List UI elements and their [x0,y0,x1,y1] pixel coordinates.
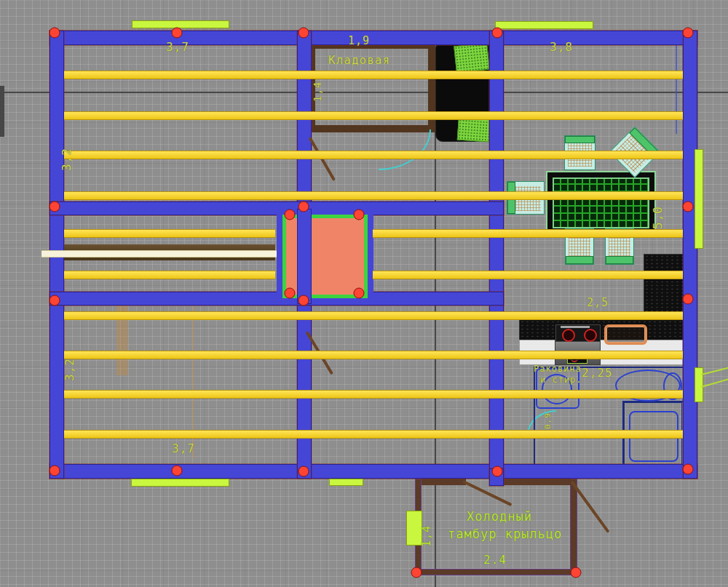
window-leader-line-2 [701,378,728,388]
node-point[interactable] [354,209,365,220]
node-point[interactable] [683,464,694,475]
chair-backrest [565,136,595,143]
node-point[interactable] [492,466,503,477]
burner-right [584,329,597,342]
stove-body [282,215,368,298]
label-sink-line2[interactable]: и стир. [540,375,582,384]
dim-storage-width[interactable]: 1,9 [348,36,370,47]
joist[interactable] [64,111,683,120]
dim-right-room[interactable]: 5,0 [652,206,664,229]
joist[interactable] [64,311,683,320]
chair-backrest [566,256,593,264]
window-bottom-middle[interactable] [329,479,363,486]
window-top-left[interactable] [132,20,229,28]
joist[interactable] [64,390,683,399]
joist[interactable] [373,229,683,238]
dim-left-upper[interactable]: 3,2 [61,148,73,171]
storage-door-arc [379,129,431,170]
node-point[interactable] [298,295,309,306]
vertical-guide-line [435,92,436,587]
sofa-pillow-top[interactable] [454,43,490,73]
joist[interactable] [64,71,683,79]
label-sink-line1[interactable]: Раковина [534,364,582,373]
node-point[interactable] [411,567,422,578]
node-point[interactable] [50,466,60,476]
node-point[interactable] [354,288,365,299]
highlighted-joist[interactable] [41,250,277,257]
beam-over-stove [297,209,312,304]
node-point[interactable] [172,28,183,39]
joist[interactable] [64,351,683,359]
node-point[interactable] [298,201,309,212]
wall-outer-right[interactable] [683,31,697,479]
window-bottom-left[interactable] [131,479,229,487]
annex-wall-right[interactable] [570,479,577,575]
window-leader-line-1 [701,367,728,375]
window-top-right[interactable] [495,21,593,29]
dim-kitchen-wall[interactable]: 2,25 [582,367,613,379]
joist[interactable] [64,271,275,279]
dim-annex-depth[interactable]: 1,4 [422,525,432,547]
annex-wall-top-right[interactable] [500,479,571,485]
dim-left-lower[interactable]: 3,2 [64,358,76,381]
joist[interactable] [64,191,683,200]
node-point[interactable] [298,28,309,39]
node-point[interactable] [172,466,183,476]
joist[interactable] [64,430,683,439]
bath-partition-v [534,367,535,464]
dim-bath-door[interactable]: 0,9 [544,412,552,429]
window-right-lower[interactable] [695,367,703,402]
dim-annex-width[interactable]: 2.4 [483,554,507,566]
joist[interactable] [373,271,683,279]
node-point[interactable] [285,288,296,299]
left-edge-guide-tick [0,86,4,137]
dining-table[interactable] [547,172,654,233]
node-point[interactable] [683,28,694,39]
dim-storage-depth[interactable]: 1,4 [312,81,323,102]
burner-left [562,329,575,342]
cad-canvas[interactable]: 3,7 1,9 Кладовая 3,8 1,4 3,2 5,0 2,5 2,2… [0,0,728,587]
wall-inner-vertical-2[interactable] [489,31,504,479]
cooktop-controls [561,326,590,328]
dim-top-left[interactable]: 3,7 [166,41,189,53]
node-point[interactable] [571,567,582,578]
joist[interactable] [64,229,275,238]
kitchen-sink[interactable] [604,324,647,345]
kitchen-counter-bottom[interactable] [519,319,684,342]
node-point[interactable] [50,201,60,212]
window-sight-line [676,44,677,134]
node-point[interactable] [298,466,309,477]
node-point[interactable] [683,201,694,212]
node-point[interactable] [285,209,296,220]
room-label-storage[interactable]: Кладовая [328,55,390,66]
room-label-annex-line2[interactable]: тамбур крыльцо [448,528,562,540]
chair-backrest [606,256,633,264]
annex-wall-top-left[interactable] [422,479,466,485]
annex-wall-bottom[interactable] [415,569,577,575]
dim-kitchen-run[interactable]: 2,5 [587,298,609,308]
room-label-annex-line1[interactable]: Холодный [467,511,532,523]
dim-top-right[interactable]: 3,8 [550,41,573,53]
node-point[interactable] [683,294,694,305]
dim-bottom-left[interactable]: 3,7 [172,443,195,455]
joist[interactable] [64,151,683,159]
node-point[interactable] [50,295,60,306]
wall-outer-bottom[interactable] [50,464,697,479]
node-point[interactable] [50,28,60,39]
node-point[interactable] [492,28,503,39]
wall-outer-top[interactable] [50,31,697,45]
window-right-upper[interactable] [695,149,703,249]
